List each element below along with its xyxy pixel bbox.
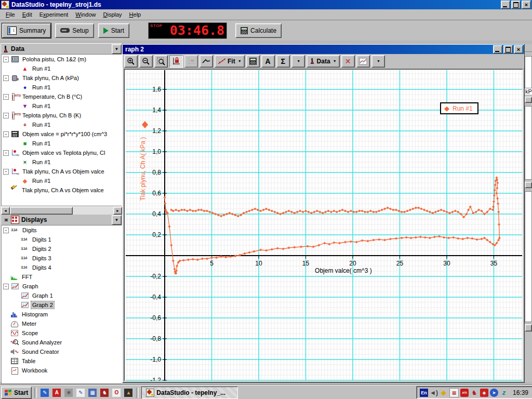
displays-tree-item-digits-1[interactable]: 3.14Digits 1: [2, 235, 122, 244]
chart-legend[interactable]: ◆ Run #1: [440, 102, 478, 114]
displays-tree-item-table[interactable]: Table: [2, 356, 122, 366]
task-button-datastudio[interactable]: DataStudio - tepelny_...: [141, 387, 238, 399]
graph-minimize-button[interactable]: [493, 45, 502, 54]
displays-dropdown-button[interactable]: ▼: [112, 215, 122, 225]
displays-tree-item-digits[interactable]: −3.14Digits: [2, 225, 122, 235]
data-tree-run-5[interactable]: ×Run #1: [2, 157, 122, 167]
quicklaunch-icon-3[interactable]: ❀: [63, 388, 74, 398]
displays-tree-item-graph-2[interactable]: Graph 2: [2, 300, 122, 310]
zoom-select-button[interactable]: [154, 55, 168, 68]
data-tree-run-1[interactable]: ●Run #1: [2, 83, 122, 92]
setup-button[interactable]: Setup: [55, 23, 94, 38]
menu-display[interactable]: Display: [100, 10, 126, 19]
data-tree-item-5[interactable]: −xyObjem valce vs Teplota plynu, Cl: [2, 148, 122, 157]
scale-to-fit-button[interactable]: [169, 55, 183, 68]
data-tree-item-7[interactable]: Tlak plynu, Ch A vs Objem valce: [2, 185, 122, 195]
calculator-button[interactable]: [246, 55, 260, 68]
displays-tree-item-digits-3[interactable]: 3.14Digits 3: [2, 254, 122, 263]
menu-experiment[interactable]: Experiment: [36, 10, 72, 19]
quicklaunch-icon-6[interactable]: ♞: [99, 388, 110, 398]
scheduler-icon[interactable]: ▦: [449, 388, 459, 397]
xy-tool-button[interactable]: xy: [184, 55, 198, 68]
tree-expander-icon[interactable]: −: [3, 228, 9, 233]
tree-expander-icon[interactable]: −: [3, 131, 9, 137]
maximize-button[interactable]: [511, 1, 521, 9]
tree-expander-icon[interactable]: −: [3, 150, 9, 156]
menu-help[interactable]: Help: [126, 10, 145, 19]
summary-button[interactable]: Summary: [2, 23, 51, 38]
minimize-button[interactable]: [501, 1, 510, 9]
quicklaunch-opera-icon[interactable]: O: [111, 388, 122, 398]
tray-globe-icon[interactable]: ➤: [490, 389, 498, 397]
displays-tree-item-histogram[interactable]: Histogram: [2, 310, 122, 319]
displays-tree-item-scope[interactable]: Scope: [2, 328, 122, 338]
menu-file[interactable]: File: [2, 10, 19, 19]
displays-tree-item-graph-1[interactable]: Graph 1: [2, 291, 122, 300]
data-menu-button[interactable]: Data▼: [307, 55, 340, 68]
displays-tree-item-fft[interactable]: FFT: [2, 272, 122, 282]
ati-icon[interactable]: ATI: [460, 389, 469, 397]
data-tree-item-4[interactable]: −Objem valce = pi*r*r*y*100 (cm^3: [2, 129, 122, 139]
quicklaunch-desktop-icon[interactable]: ✎: [39, 388, 50, 398]
close-button[interactable]: ×: [522, 1, 531, 9]
tray-icon-9[interactable]: z: [500, 389, 508, 397]
keyboard-layout-indicator[interactable]: En: [420, 389, 428, 397]
displays-tree-item-digits-2[interactable]: 3.14Digits 2: [2, 244, 122, 254]
quicklaunch-acrobat-icon[interactable]: A: [51, 388, 62, 398]
tray-icon-3[interactable]: ◆: [440, 389, 448, 397]
tree-expander-icon[interactable]: −: [3, 94, 9, 100]
data-tree-item-6[interactable]: −xyTlak plynu, Ch A vs Objem valce: [2, 167, 122, 176]
quicklaunch-icon-8[interactable]: ▲: [123, 388, 134, 398]
tray-icon-7[interactable]: ◈: [480, 389, 488, 397]
data-tree-item-2[interactable]: −RTDTemperature, Ch B (°C): [2, 92, 122, 101]
zoom-out-button[interactable]: [139, 55, 153, 68]
calculate-button[interactable]: Calculate: [235, 23, 282, 38]
displays-tree-item-digits-4[interactable]: 3.14Digits 4: [2, 263, 122, 272]
delete-button[interactable]: ✕: [341, 55, 355, 68]
displays-tree-item-meter[interactable]: Meter: [2, 319, 122, 328]
data-tree-item-3[interactable]: −RTDTeplota plynu, Ch B (K): [2, 111, 122, 120]
displays-tree-item-workbook[interactable]: Workbook: [2, 366, 122, 375]
settings-button[interactable]: [356, 55, 370, 68]
start-button[interactable]: Start: [98, 23, 129, 38]
graph-maximize-button[interactable]: [503, 45, 513, 54]
data-tree-run-0[interactable]: ▲Run #1: [2, 64, 122, 73]
displays-tree-item-sound-analyzer[interactable]: Sound Analyzer: [2, 338, 122, 347]
graph-close-button[interactable]: ×: [514, 45, 523, 54]
data-tree-item-1[interactable]: −Tlak plynu, Ch A (kPa): [2, 73, 122, 83]
tray-icon-6[interactable]: ♞: [470, 389, 478, 397]
tree-expander-icon[interactable]: −: [3, 169, 9, 175]
displays-tree-item-graph[interactable]: −Graph: [2, 282, 122, 291]
settings-dropdown[interactable]: ▼: [371, 55, 385, 68]
quicklaunch-calculator-icon[interactable]: ▦: [87, 388, 98, 398]
data-tree-run-3[interactable]: +Run #1: [2, 120, 122, 129]
zoom-in-button[interactable]: [124, 55, 138, 68]
text-tool-button[interactable]: A: [261, 55, 275, 68]
start-menu-button[interactable]: Start: [1, 387, 32, 399]
smart-tool-button[interactable]: [200, 55, 213, 68]
volume-icon[interactable]: ◄): [430, 389, 438, 397]
chart-plot[interactable]: 1,61,41,21,00,80,60,40,2-0,2-0,4-0,6-0,8…: [124, 69, 523, 381]
app-titlebar[interactable]: DataStudio - tepelny_stroj1.ds ×: [0, 0, 532, 9]
fit-button[interactable]: Fit▼: [215, 55, 245, 68]
data-tree-run-4[interactable]: ■Run #1: [2, 139, 122, 148]
data-dropdown-button[interactable]: ▼: [112, 44, 122, 54]
quicklaunch-writer-icon[interactable]: ✎: [75, 388, 86, 398]
statistics-dropdown[interactable]: ▼: [291, 55, 305, 68]
tree-expander-icon[interactable]: −: [3, 57, 9, 62]
splitter-icon[interactable]: [3, 216, 9, 223]
scroll-right-icon[interactable]: ►: [113, 207, 122, 215]
tree-expander-icon[interactable]: −: [3, 113, 9, 118]
data-tree-item-0[interactable]: −Poloha pistu, Ch 1&2 (m): [2, 55, 122, 64]
scroll-thumb[interactable]: [10, 207, 73, 215]
menu-edit[interactable]: Edit: [19, 10, 36, 19]
data-hscrollbar[interactable]: ◄ ►: [1, 206, 122, 215]
scroll-left-icon[interactable]: ◄: [1, 207, 10, 215]
statistics-button[interactable]: Σ: [276, 55, 290, 68]
data-tree-run-2[interactable]: ▼Run #1: [2, 101, 122, 111]
chart-area[interactable]: 1,61,41,21,00,80,60,40,2-0,2-0,4-0,6-0,8…: [124, 69, 523, 381]
graph-window-titlebar[interactable]: raph 2 ×: [123, 45, 524, 54]
menu-window[interactable]: Window: [72, 10, 99, 19]
tree-expander-icon[interactable]: −: [3, 284, 9, 289]
displays-tree-item-sound-creator[interactable]: Sound Creator: [2, 347, 122, 356]
